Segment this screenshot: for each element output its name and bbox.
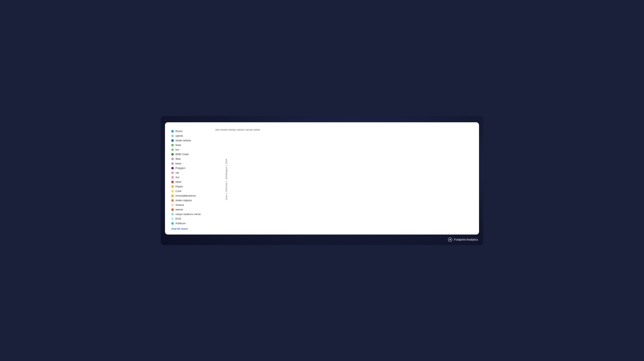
legend-dot xyxy=(171,194,174,197)
legend-dot xyxy=(171,144,174,146)
y-tick: 1.5M xyxy=(244,128,248,131)
legend-item: wemix xyxy=(171,208,211,211)
legend-item: other xyxy=(171,180,211,184)
legend-dot xyxy=(171,222,174,225)
legend-dot xyxy=(171,153,174,156)
legend-dot xyxy=(171,139,174,142)
y-tick: 3M xyxy=(232,128,235,131)
legend-item: opbnb xyxy=(171,134,211,137)
x-tick: June 1, 2024 xyxy=(225,187,228,200)
legend-label: xai xyxy=(176,171,179,174)
legend-dot xyxy=(171,208,174,211)
legend-label: BNB Chain xyxy=(176,153,189,156)
legend-label: Core xyxy=(176,190,181,193)
y-tick: 1M xyxy=(248,128,252,131)
legend-item: skale-calypso xyxy=(171,199,211,202)
legend-more-button[interactable]: And 61 more xyxy=(171,227,211,230)
legend-item: Polygon xyxy=(171,166,211,170)
legend-item: EOS xyxy=(171,217,211,220)
footprint-logo-icon xyxy=(448,237,452,242)
legend-dot xyxy=(171,204,174,206)
legend-dot xyxy=(171,176,174,178)
legend-dot xyxy=(171,130,174,132)
y-tick: 5M xyxy=(215,128,218,131)
legend-dot xyxy=(171,199,174,202)
legend-item: Sui xyxy=(171,176,211,179)
legend-item: xai xyxy=(171,171,211,174)
legend-dot xyxy=(171,167,174,170)
legend-label: other xyxy=(176,180,182,184)
legend-item: ton xyxy=(171,148,211,151)
y-tick: 4.5M xyxy=(218,128,224,131)
legend-label: oasys-saakuru-verse xyxy=(176,212,201,216)
legend-label: Sui xyxy=(176,176,180,179)
chart-body: Roninopbnbskale-nebulaNeartonBNB ChainWa… xyxy=(171,128,473,230)
legend-dot xyxy=(171,181,174,183)
legend-label: EOS xyxy=(176,217,181,220)
legend-label: opbnb xyxy=(176,134,183,137)
legend-label: ton xyxy=(176,148,179,151)
legend-label: Polygon xyxy=(176,166,185,170)
y-tick: 2.5M xyxy=(235,128,240,131)
legend-item: Klaytn xyxy=(171,185,211,188)
x-tick: July 1, 2024 xyxy=(225,174,228,187)
x-tick: August 1, 2024 xyxy=(225,159,228,174)
legend-label: Arbitrum xyxy=(176,222,186,225)
y-axis-label: June 1, 2024July 1, 2024August 1, 2024 xyxy=(225,159,228,200)
y-tick: 2M xyxy=(240,128,243,131)
legend-dot xyxy=(171,158,174,160)
y-tick: 4M xyxy=(224,128,227,131)
legend-item: Arbitrum xyxy=(171,222,211,225)
legend-item: Solana xyxy=(171,203,211,206)
legend-item: BNB Chain xyxy=(171,153,211,156)
legend-item: Ronin xyxy=(171,130,211,133)
legend-label: Solana xyxy=(176,203,184,206)
y-tick: 3.5M xyxy=(227,128,232,131)
branding-text: Footprint Analytics xyxy=(454,238,478,241)
legend-label: immutablezkevm xyxy=(176,194,196,197)
legend-item: Core xyxy=(171,190,211,193)
legend-item: immutablezkevm xyxy=(171,194,211,197)
legend-item: oasys-saakuru-verse xyxy=(171,212,211,216)
footprint-branding: Footprint Analytics xyxy=(448,237,478,242)
legend-dot xyxy=(171,213,174,216)
y-tick: 0M xyxy=(257,128,260,131)
legend-label: Wax xyxy=(176,157,181,160)
legend-dot xyxy=(171,148,174,151)
chart-area: 5M4.5M4M3.5M3M2.5M2M1.5M1M0.5M0M June 1,… xyxy=(215,128,473,230)
legend-item: skale-nebula xyxy=(171,139,211,142)
legend-item: Wax xyxy=(171,157,211,160)
outer-background: Roninopbnbskale-nebulaNeartonBNB ChainWa… xyxy=(161,116,483,245)
legend-dot xyxy=(171,218,174,220)
legend-label: Ronin xyxy=(176,130,182,133)
legend-dot xyxy=(171,172,174,174)
legend-label: wemix xyxy=(176,208,183,211)
legend-dot xyxy=(171,185,174,188)
svg-point-1 xyxy=(450,239,450,240)
legend-dot xyxy=(171,135,174,137)
legend-label: skale-nebula xyxy=(176,139,191,142)
legend-dot xyxy=(171,190,174,192)
legend-label: Near xyxy=(176,144,181,146)
legend-item: Near xyxy=(171,144,211,146)
chart-legend: Roninopbnbskale-nebulaNeartonBNB ChainWa… xyxy=(171,128,211,230)
legend-item: base xyxy=(171,162,211,165)
legend-label: base xyxy=(176,162,181,165)
legend-dot xyxy=(171,162,174,165)
chart-card: Roninopbnbskale-nebulaNeartonBNB ChainWa… xyxy=(165,122,479,234)
legend-label: Klaytn xyxy=(176,185,183,188)
legend-label: skale-calypso xyxy=(176,199,192,202)
y-tick: 0.5M xyxy=(252,128,257,131)
